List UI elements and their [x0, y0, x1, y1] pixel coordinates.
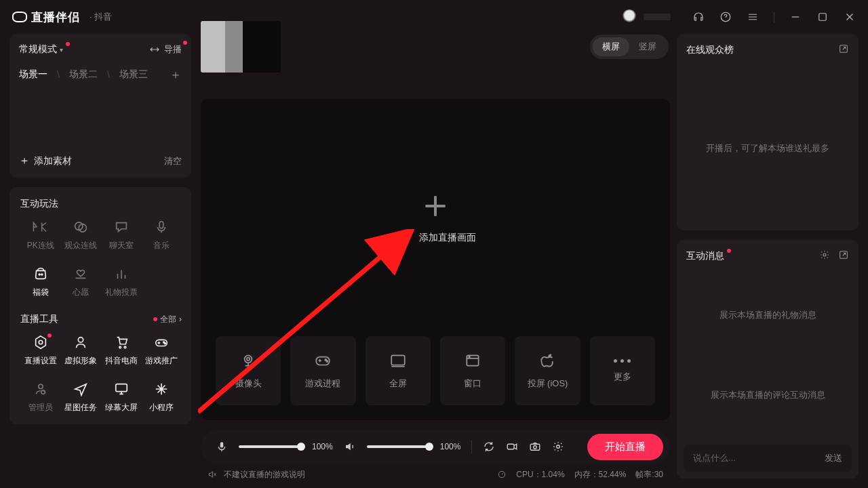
svg-rect-24: [531, 444, 540, 450]
hex-gear-icon: [32, 335, 50, 350]
volume-slider[interactable]: [367, 445, 429, 448]
more-icon: [614, 359, 631, 363]
record-icon[interactable]: [506, 441, 518, 453]
status-bar: 不建议直播的游戏说明 CPU：1.04% 内存：52.44% 帧率:30: [201, 464, 670, 485]
music-item[interactable]: 音乐: [142, 220, 182, 251]
add-source-label: 添加素材: [34, 155, 72, 167]
pk-link-item[interactable]: PK连线: [20, 220, 61, 251]
gift-vote-item[interactable]: 礼物投票: [101, 266, 142, 298]
scene-thumbnail[interactable]: [201, 21, 281, 73]
help-icon[interactable]: [719, 11, 732, 23]
add-scene-button[interactable]: ＋: [170, 66, 182, 83]
start-stream-button[interactable]: 开始直播: [587, 434, 663, 460]
orientation-v[interactable]: 竖屏: [629, 37, 666, 56]
svg-point-25: [534, 446, 537, 449]
add-scene-plus-icon[interactable]: [420, 191, 450, 224]
tools-title: 直播工具: [20, 313, 58, 325]
avatar-item[interactable]: 虚拟形象: [61, 335, 102, 367]
account-name: [644, 14, 671, 20]
speaker-off-icon: [208, 470, 217, 479]
stream-settings-item[interactable]: 直播设置: [20, 335, 61, 367]
popout-icon[interactable]: [838, 249, 849, 263]
audience-panel: 在线观众榜 开播后，可了解本场谁送礼最多: [677, 34, 859, 230]
message-panel: 互动消息 展示本场直播的礼物消息 展示本场直播的评论互动消息 说点什么... 发…: [677, 240, 859, 479]
interaction-panel: 互动玩法 PK连线 观众连线 聊天室 音乐 福袋 心愿 礼物投票 直播工具 全部…: [9, 187, 191, 424]
scenes-panel: 常规模式 ▾ 导播 场景一 \ 场景二 \ 场景三 ＋: [9, 34, 191, 178]
clear-button[interactable]: 清空: [164, 155, 182, 167]
headset-icon[interactable]: [692, 11, 705, 23]
add-source-button[interactable]: ＋ 添加素材: [19, 154, 72, 168]
mode-dropdown[interactable]: 常规模式 ▾: [19, 43, 63, 56]
refresh-icon[interactable]: [483, 441, 495, 453]
svg-point-11: [165, 343, 166, 344]
scene-tab[interactable]: 场景一: [19, 68, 47, 81]
audience-link-item[interactable]: 观众连线: [61, 220, 102, 251]
miniapp-item[interactable]: 小程序: [142, 382, 182, 413]
svg-point-17: [326, 359, 327, 361]
cart-icon: [113, 335, 130, 350]
source-ios[interactable]: 投屏 (iOS): [515, 336, 580, 405]
maximize-icon[interactable]: [816, 11, 829, 23]
send-button[interactable]: 发送: [825, 452, 842, 464]
greenscreen-item[interactable]: 绿幕大屏: [101, 382, 142, 413]
svg-point-29: [823, 253, 826, 256]
scene-tab[interactable]: 场景二: [69, 68, 98, 81]
game-promo-item[interactable]: 游戏推广: [142, 335, 182, 367]
gear-icon[interactable]: [819, 249, 830, 263]
chatroom-item[interactable]: 聊天室: [101, 220, 142, 251]
ecommerce-item[interactable]: 抖音电商: [101, 335, 142, 367]
star-task-item[interactable]: 星图任务: [61, 382, 102, 413]
source-game[interactable]: 游戏进程: [290, 336, 355, 405]
chat-input-row: 说点什么... 发送: [677, 438, 859, 479]
orientation-h[interactable]: 横屏: [593, 37, 629, 56]
status-fps: 帧率:30: [635, 469, 663, 481]
audience-hint: 开播后，可了解本场谁送礼最多: [677, 66, 859, 230]
admin-item[interactable]: 管理员: [20, 382, 61, 413]
bag-icon: [32, 266, 50, 281]
popout-icon[interactable]: [838, 43, 849, 57]
gamepad-icon: [153, 335, 170, 350]
settings-icon[interactable]: [552, 441, 564, 453]
mode-label: 常规模式: [19, 43, 57, 56]
notification-dot-icon: [727, 249, 731, 253]
svg-point-8: [124, 346, 126, 348]
svg-point-4: [41, 274, 43, 275]
svg-rect-13: [116, 384, 127, 392]
chat-input[interactable]: 说点什么...: [693, 452, 736, 464]
control-bar: 100% 100% 开始直播: [201, 430, 670, 464]
heart-hand-icon: [72, 266, 90, 281]
menu-icon[interactable]: [747, 11, 759, 23]
notification-dot-icon: [183, 41, 187, 45]
guide-button[interactable]: 导播: [149, 43, 182, 56]
status-mem: 内存：52.44%: [574, 469, 627, 481]
source-fullscreen[interactable]: 全屏: [366, 336, 431, 405]
source-row: 摄像头 游戏进程 全屏 窗口 投屏 (iOS) 更多: [201, 336, 670, 420]
pk-icon: [32, 220, 50, 235]
source-window[interactable]: 窗口: [440, 336, 505, 405]
svg-point-3: [39, 274, 40, 275]
chevron-right-icon: ›: [179, 314, 182, 324]
lucky-bag-item[interactable]: 福袋: [20, 266, 61, 298]
mic-slider[interactable]: [239, 445, 301, 448]
status-hint[interactable]: 不建议直播的游戏说明: [224, 469, 305, 481]
mic-icon[interactable]: [216, 441, 228, 453]
admin-icon: [32, 382, 50, 396]
camera-icon[interactable]: [529, 441, 541, 453]
tools-all-button[interactable]: 全部 ›: [153, 314, 182, 325]
minimize-icon[interactable]: [789, 11, 802, 23]
wish-item[interactable]: 心愿: [61, 266, 102, 298]
scene-tab[interactable]: 场景三: [119, 68, 148, 81]
svg-point-5: [39, 340, 43, 344]
source-more[interactable]: 更多: [590, 336, 655, 405]
chat-icon: [113, 220, 130, 235]
close-icon[interactable]: [844, 11, 856, 23]
source-camera[interactable]: 摄像头: [216, 336, 281, 405]
account-area[interactable]: [622, 9, 671, 24]
svg-point-18: [327, 361, 328, 362]
speaker-icon[interactable]: [344, 441, 356, 453]
avatar-icon: [622, 9, 637, 24]
orientation-toggle: 横屏 竖屏: [590, 35, 669, 59]
monitor-icon: [113, 382, 130, 396]
svg-point-15: [247, 358, 250, 361]
add-scene-label: 添加直播画面: [419, 232, 476, 244]
